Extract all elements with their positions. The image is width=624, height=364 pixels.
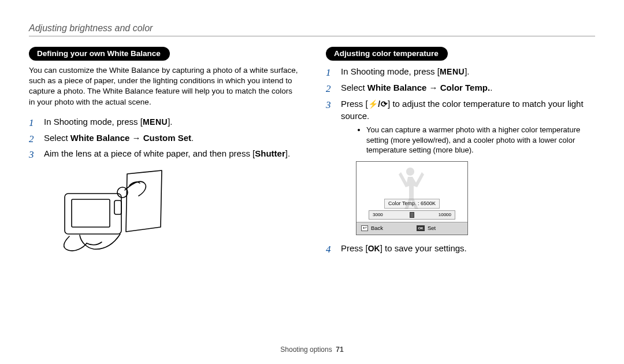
slider-min: 3000: [373, 211, 383, 218]
bold-label: Custom Set: [143, 133, 191, 143]
step-text: Select: [341, 83, 367, 92]
slider-max: 10000: [439, 211, 451, 218]
silhouette-icon: [390, 164, 430, 210]
camera-illustration: [52, 169, 298, 258]
slider-knob[interactable]: [410, 212, 414, 218]
step-text: In Shooting mode, press [: [341, 66, 440, 76]
ok-glyph: OK: [368, 244, 380, 253]
step-2: Select White Balance → Color Temp..: [326, 81, 595, 94]
section-pill-define-wb: Defining your own White Balance: [29, 47, 170, 61]
set-button[interactable]: OKSet: [412, 222, 467, 235]
content-columns: Defining your own White Balance You can …: [29, 47, 595, 258]
bold-label: White Balance: [367, 83, 427, 92]
footer-section: Shooting options: [280, 346, 332, 354]
lcd-button-bar: ↩Back OKSet: [356, 222, 467, 235]
left-column: Defining your own White Balance You can …: [29, 47, 298, 258]
steps-left: In Shooting mode, press [MENU]. Select W…: [29, 116, 298, 160]
step-1: In Shooting mode, press [MENU].: [29, 116, 298, 128]
svg-rect-2: [114, 200, 121, 214]
menu-icon: MENU: [143, 117, 168, 127]
note-item: You can capture a warmer photo with a hi…: [366, 125, 595, 155]
step-text: .: [191, 133, 194, 143]
step-text: .: [490, 83, 492, 92]
back-icon: ↩: [361, 225, 368, 231]
flash-timer-icon: ⚡/⟳: [368, 99, 388, 109]
lcd-upper: Color Temp. : 6500K 3000 10000: [356, 162, 467, 222]
right-column: Adjusting color temperature In Shooting …: [326, 47, 595, 258]
bold-label: White Balance: [70, 133, 130, 143]
step-3: Aim the lens at a piece of white paper, …: [29, 147, 298, 160]
step-text: ].: [465, 66, 469, 76]
page-header: Adjusting brightness and color: [29, 23, 595, 34]
step-text: In Shooting mode, press [: [44, 117, 143, 127]
page-number: 71: [336, 346, 343, 354]
arrow: →: [426, 83, 440, 92]
note-list: You can capture a warmer photo with a hi…: [366, 125, 595, 155]
color-temp-slider[interactable]: 3000 10000: [369, 210, 455, 220]
step-text: ].: [168, 117, 172, 127]
step-text: Select: [44, 133, 70, 143]
steps-right: In Shooting mode, press [MENU]. Select W…: [326, 65, 595, 254]
svg-rect-1: [72, 199, 110, 227]
step-text: Press [: [341, 99, 368, 109]
bold-label: Color Temp.: [440, 83, 490, 92]
lcd-screenshot: Color Temp. : 6500K 3000 10000 ↩Back OKS…: [356, 161, 468, 235]
set-label: Set: [428, 224, 436, 232]
section-pill-color-temp: Adjusting color temperature: [326, 47, 448, 61]
page-footer: Shooting options 71: [0, 346, 624, 354]
step-text: ].: [285, 148, 290, 158]
intro-text: You can customize the White Balance by c…: [29, 65, 298, 107]
step-3: Press [⚡/⟳] to adjust the color temperat…: [326, 98, 595, 235]
step-text: Aim the lens at a piece of white paper, …: [44, 148, 255, 158]
ok-icon: OK: [417, 225, 425, 231]
arrow: →: [129, 133, 143, 143]
step-2: Select White Balance → Custom Set.: [29, 132, 298, 144]
step-text: ] to save your settings.: [380, 243, 467, 253]
header-rule: [29, 36, 595, 36]
step-4: Press [OK] to save your settings.: [326, 242, 595, 255]
back-label: Back: [371, 224, 383, 232]
step-text: Press [: [341, 243, 368, 253]
back-button[interactable]: ↩Back: [356, 222, 412, 235]
bold-label: Shutter: [255, 148, 285, 158]
step-1: In Shooting mode, press [MENU].: [326, 65, 595, 78]
menu-icon: MENU: [440, 67, 465, 76]
